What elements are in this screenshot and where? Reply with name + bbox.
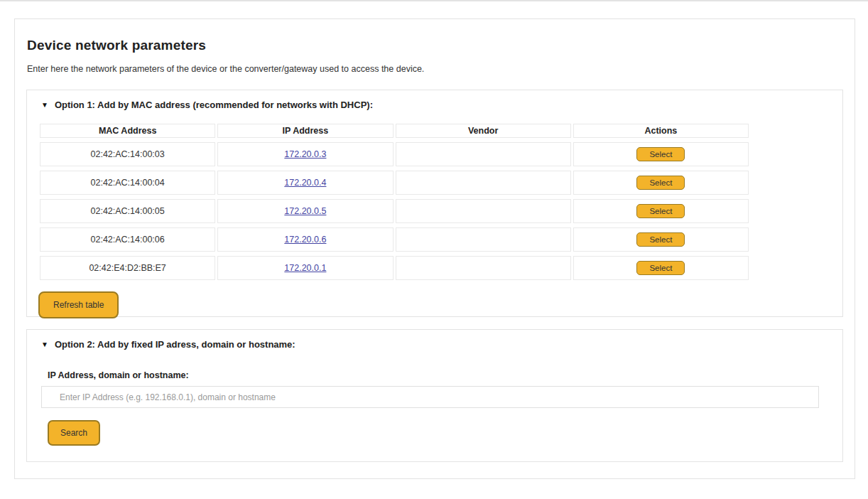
- select-button[interactable]: Select: [636, 232, 685, 247]
- actions-cell: Select: [573, 171, 749, 195]
- page-title: Device network parameters: [27, 38, 855, 53]
- ip-input-label: IP Address, domain or hostname:: [48, 370, 842, 380]
- ip-address-cell: 172.20.0.3: [217, 142, 393, 166]
- ip-address-link[interactable]: 172.20.0.5: [284, 206, 326, 216]
- chevron-down-icon: ▼: [41, 341, 48, 348]
- ip-address-cell: 172.20.0.1: [217, 256, 393, 280]
- table-row: 02:42:AC:14:00:03172.20.0.3Select: [40, 142, 749, 166]
- table-row: 02:42:AC:14:00:05172.20.0.5Select: [40, 199, 749, 223]
- mac-address-cell: 02:42:AC:14:00:06: [40, 227, 215, 252]
- select-button[interactable]: Select: [636, 204, 685, 218]
- actions-cell: Select: [573, 256, 749, 280]
- ip-address-link[interactable]: 172.20.0.3: [284, 149, 326, 159]
- ip-address-cell: 172.20.0.6: [217, 227, 393, 252]
- mac-address-cell: 02:42:AC:14:00:03: [40, 142, 215, 166]
- option1-header-label: Option 1: Add by MAC address (recommende…: [55, 100, 373, 110]
- device-table-head: MAC Address IP Address Vendor Actions: [40, 124, 749, 138]
- option2-header-label: Option 2: Add by fixed IP adress, domain…: [55, 339, 295, 350]
- column-header-vendor: Vendor: [396, 124, 571, 138]
- ip-address-cell: 172.20.0.5: [217, 199, 393, 223]
- refresh-table-button[interactable]: Refresh table: [38, 291, 119, 318]
- mac-address-cell: 02:42:AC:14:00:04: [40, 171, 215, 195]
- vendor-cell: [396, 171, 571, 195]
- column-header-actions: Actions: [573, 124, 749, 138]
- device-table-body: 02:42:AC:14:00:03172.20.0.3Select02:42:A…: [40, 142, 749, 280]
- table-row: 02:42:AC:14:00:06172.20.0.6Select: [40, 227, 749, 252]
- vendor-cell: [396, 227, 571, 252]
- option1-panel: ▼ Option 1: Add by MAC address (recommen…: [26, 90, 843, 317]
- mac-address-cell: 02:42:E4:D2:BB:E7: [40, 256, 215, 280]
- device-table: MAC Address IP Address Vendor Actions 02…: [38, 119, 751, 284]
- select-button[interactable]: Select: [636, 176, 685, 190]
- chevron-down-icon: ▼: [41, 102, 48, 109]
- mac-address-cell: 02:42:AC:14:00:05: [40, 199, 215, 223]
- select-button[interactable]: Select: [636, 147, 685, 161]
- column-header-ip: IP Address: [217, 124, 393, 138]
- vendor-cell: [396, 142, 571, 166]
- option2-panel: ▼ Option 2: Add by fixed IP adress, doma…: [26, 329, 843, 462]
- select-button[interactable]: Select: [636, 261, 685, 275]
- table-header-row: MAC Address IP Address Vendor Actions: [40, 124, 749, 138]
- search-button[interactable]: Search: [48, 420, 100, 446]
- actions-cell: Select: [573, 142, 749, 166]
- device-network-card: Device network parameters Enter here the…: [14, 18, 855, 479]
- table-row: 02:42:AC:14:00:04172.20.0.4Select: [40, 171, 749, 195]
- ip-address-link[interactable]: 172.20.0.6: [284, 235, 326, 245]
- vendor-cell: [396, 256, 571, 280]
- ip-address-input[interactable]: [41, 386, 819, 408]
- vendor-cell: [396, 199, 571, 223]
- option2-header[interactable]: ▼ Option 2: Add by fixed IP adress, doma…: [27, 330, 842, 350]
- actions-cell: Select: [573, 199, 749, 223]
- actions-cell: Select: [573, 227, 749, 252]
- ip-address-link[interactable]: 172.20.0.1: [284, 263, 326, 273]
- option1-header[interactable]: ▼ Option 1: Add by MAC address (recommen…: [27, 90, 842, 110]
- page-subtitle: Enter here the network parameters of the…: [27, 64, 855, 74]
- table-row: 02:42:E4:D2:BB:E7172.20.0.1Select: [40, 256, 749, 280]
- column-header-mac: MAC Address: [40, 124, 215, 138]
- ip-address-link[interactable]: 172.20.0.4: [284, 178, 326, 188]
- ip-address-cell: 172.20.0.4: [217, 171, 393, 195]
